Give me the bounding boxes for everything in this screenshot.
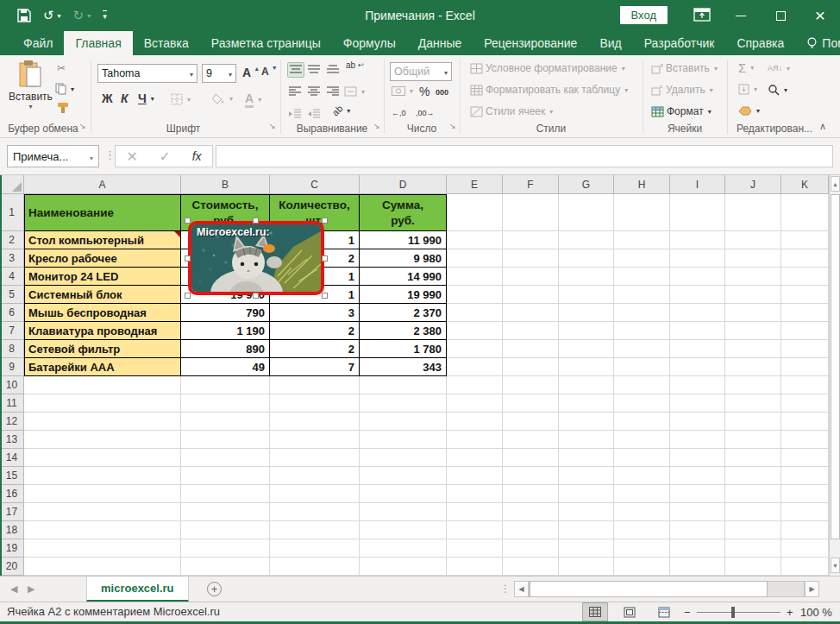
- cell-I10[interactable]: [670, 376, 725, 394]
- cell-K19[interactable]: [781, 539, 829, 558]
- column-header-K[interactable]: K: [781, 175, 829, 194]
- tab-insert[interactable]: Вставка: [133, 31, 200, 55]
- cell-D14[interactable]: [360, 449, 447, 467]
- new-sheet-icon[interactable]: +: [207, 582, 222, 596]
- column-header-H[interactable]: H: [614, 175, 670, 194]
- row-header-15[interactable]: 15: [0, 467, 24, 485]
- column-header-I[interactable]: I: [670, 175, 725, 194]
- cell-J9[interactable]: [725, 358, 781, 376]
- cell-D4[interactable]: 14 990: [360, 268, 447, 286]
- cell-I17[interactable]: [670, 503, 725, 521]
- copy-icon[interactable]: [55, 83, 74, 95]
- number-format-combo[interactable]: Общий: [390, 62, 452, 81]
- format-painter-icon[interactable]: [57, 102, 69, 114]
- row-header-12[interactable]: 12: [0, 413, 24, 431]
- cell-K16[interactable]: [781, 485, 829, 503]
- cell-K18[interactable]: [781, 521, 829, 539]
- align-left-icon[interactable]: [289, 86, 301, 97]
- cell-C18[interactable]: [270, 521, 360, 539]
- underline-button[interactable]: Ч: [138, 91, 154, 105]
- column-header-E[interactable]: E: [447, 175, 503, 194]
- cut-icon[interactable]: ✂: [57, 62, 66, 74]
- cell-I2[interactable]: [670, 231, 725, 249]
- cell-F10[interactable]: [503, 376, 559, 394]
- cell-D3[interactable]: 9 980: [360, 249, 447, 268]
- percent-format-icon[interactable]: %: [419, 85, 429, 98]
- cell-A19[interactable]: [24, 539, 181, 558]
- row-header-11[interactable]: 11: [0, 394, 24, 413]
- cell-J19[interactable]: [725, 539, 781, 558]
- cell-K11[interactable]: [781, 394, 829, 413]
- cell-A14[interactable]: [24, 449, 181, 467]
- cell-G20[interactable]: [559, 558, 614, 576]
- cancel-icon[interactable]: ✕: [126, 148, 137, 165]
- align-bottom-icon[interactable]: [327, 64, 339, 74]
- fill-color-icon[interactable]: [212, 93, 233, 104]
- cell-I7[interactable]: [670, 322, 725, 340]
- tab-review[interactable]: Рецензирование: [473, 31, 588, 55]
- minimize-button[interactable]: —: [721, 0, 761, 31]
- increase-font-icon[interactable]: А▲: [242, 66, 260, 79]
- cell-G3[interactable]: [559, 249, 614, 268]
- cell-J14[interactable]: [725, 449, 781, 467]
- cell-A11[interactable]: [24, 394, 181, 413]
- cell-D7[interactable]: 2 380: [360, 322, 447, 340]
- cell-D8[interactable]: 1 780: [360, 340, 447, 358]
- cell-G2[interactable]: [559, 231, 614, 249]
- row-header-14[interactable]: 14: [0, 449, 24, 467]
- row-header-17[interactable]: 17: [0, 503, 24, 521]
- cell-A16[interactable]: [24, 485, 181, 503]
- cell-C12[interactable]: [270, 413, 360, 431]
- cell-H16[interactable]: [614, 485, 670, 503]
- cell-I3[interactable]: [670, 249, 725, 268]
- cell-G16[interactable]: [559, 485, 614, 503]
- selection-handle[interactable]: [322, 255, 328, 262]
- collapse-ribbon-icon[interactable]: ∧: [819, 121, 826, 132]
- cell-D11[interactable]: [360, 394, 447, 413]
- format-as-table-button[interactable]: Форматировать как таблицу: [470, 84, 628, 96]
- cell-E6[interactable]: [447, 304, 503, 322]
- cell-H5[interactable]: [614, 286, 670, 304]
- cell-J4[interactable]: [725, 268, 781, 286]
- cell-F11[interactable]: [503, 394, 559, 413]
- row-header-10[interactable]: 10: [0, 376, 24, 394]
- cell-G8[interactable]: [559, 340, 614, 358]
- comma-format-icon[interactable]: 000: [436, 88, 448, 97]
- row-header-20[interactable]: 20: [0, 558, 24, 576]
- cell-F12[interactable]: [503, 413, 559, 431]
- vertical-scrollbar[interactable]: ▲ ▼: [829, 175, 840, 576]
- decrease-decimal-icon[interactable]: ,00→: [416, 109, 435, 117]
- cell-A17[interactable]: [24, 503, 181, 521]
- column-header-G[interactable]: G: [559, 175, 614, 194]
- cell-A13[interactable]: [24, 431, 181, 449]
- fill-down-icon[interactable]: [738, 84, 757, 95]
- sheet-nav-left-icon[interactable]: ◀: [10, 583, 17, 595]
- cell-J7[interactable]: [725, 322, 781, 340]
- cell-D19[interactable]: [360, 539, 447, 558]
- cell-G4[interactable]: [559, 268, 614, 286]
- scroll-right-icon[interactable]: ▶: [805, 581, 819, 597]
- cell-G19[interactable]: [559, 539, 614, 558]
- cell-C19[interactable]: [270, 539, 360, 558]
- cell-H4[interactable]: [614, 268, 670, 286]
- cell-I1[interactable]: [670, 194, 725, 231]
- cell-G11[interactable]: [559, 394, 614, 413]
- align-top-icon[interactable]: [287, 62, 304, 78]
- cell-D18[interactable]: [360, 521, 447, 539]
- wrap-text-icon[interactable]: ab↩: [346, 60, 364, 70]
- cell-K6[interactable]: [781, 304, 829, 322]
- ribbon-display-options-icon[interactable]: [693, 7, 711, 22]
- row-header-13[interactable]: 13: [0, 431, 24, 449]
- number-dialog-launcher[interactable]: ↘: [449, 122, 456, 130]
- cell-H19[interactable]: [614, 539, 670, 558]
- insert-function-icon[interactable]: fx: [192, 149, 202, 163]
- cell-I14[interactable]: [670, 449, 725, 467]
- cell-D9[interactable]: 343: [360, 358, 447, 376]
- cell-A8[interactable]: Сетевой фильтр: [24, 340, 181, 358]
- cell-E16[interactable]: [447, 485, 503, 503]
- cell-J2[interactable]: [725, 231, 781, 249]
- cell-G6[interactable]: [559, 304, 614, 322]
- cell-A3[interactable]: Кресло рабочее: [24, 249, 181, 268]
- cell-G17[interactable]: [559, 503, 614, 521]
- cell-K1[interactable]: [781, 194, 829, 231]
